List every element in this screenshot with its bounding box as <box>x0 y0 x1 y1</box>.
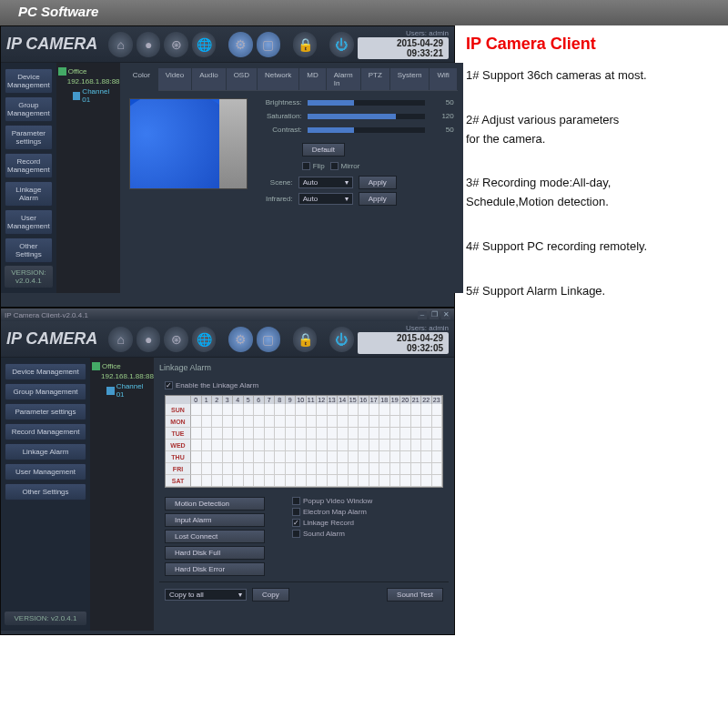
sidebar-item[interactable]: Linkage Alarm <box>5 443 86 460</box>
tab-ptz[interactable]: PTZ <box>361 68 390 90</box>
schedule-row[interactable]: FRI <box>166 463 442 475</box>
sound-test-button[interactable]: Sound Test <box>387 588 443 602</box>
device-tree: Office 192.168.1.88:88 Channel 01 <box>90 358 154 631</box>
content-panel: ColorVideoAudioOSDNetworkMDAlarm InPTZSy… <box>120 63 463 293</box>
version-label: VERSION: v2.0.4.1 <box>5 266 53 288</box>
linkage-title: Linkage Alarm <box>159 363 449 372</box>
power-icon[interactable]: ⏻ <box>329 32 354 57</box>
alarm-type-button[interactable]: Hard Disk Full <box>165 546 265 560</box>
schedule-row[interactable]: SAT <box>166 475 442 487</box>
flip-checkbox[interactable]: Flip <box>302 162 325 170</box>
feature-item: 5# Support Alarm Linkage. <box>466 282 717 301</box>
slider-row[interactable]: Brightness:50 <box>257 98 454 106</box>
mirror-checkbox[interactable]: Mirror <box>330 162 360 170</box>
gear-icon[interactable]: ⚙ <box>228 327 253 352</box>
record-icon[interactable]: ● <box>136 32 161 57</box>
slider-row[interactable]: Saturation:120 <box>257 112 454 120</box>
tab-wifi[interactable]: Wifi <box>430 68 457 90</box>
alarm-option-checkbox[interactable]: Linkage Record <box>292 519 372 527</box>
tab-system[interactable]: System <box>390 68 430 90</box>
sidebar: Device ManagementGroup ManagementParamet… <box>1 358 90 631</box>
tab-alarm in[interactable]: Alarm In <box>327 68 361 90</box>
app-window-2: IP Camera Client-v2.0.4.1 –❐✕ IP CAMERA … <box>0 308 455 635</box>
tree-channel[interactable]: Channel 01 <box>92 381 152 399</box>
slider-row[interactable]: Contrast:50 <box>257 126 454 134</box>
sidebar-item[interactable]: User Management <box>5 463 86 480</box>
schedule-row[interactable]: TUE <box>166 428 442 440</box>
home-icon[interactable]: ⌂ <box>108 327 133 352</box>
max-button[interactable]: ❐ <box>430 311 439 319</box>
alarm-option-checkbox[interactable]: Popup Video Window <box>292 497 372 505</box>
sidebar-item[interactable]: Other Settings <box>5 483 86 500</box>
tab-video[interactable]: Video <box>158 68 192 90</box>
tab-bar: ColorVideoAudioOSDNetworkMDAlarm InPTZSy… <box>126 68 458 91</box>
sidebar-item[interactable]: Parameter settings <box>5 403 86 420</box>
alarm-option-checkbox[interactable]: Sound Alarm <box>292 530 372 538</box>
alarm-type-button[interactable]: Input Alarm <box>165 513 265 527</box>
alarm-option-checkbox[interactable]: Electron Map Alarm <box>292 508 372 516</box>
tab-osd[interactable]: OSD <box>227 68 258 90</box>
sidebar-item[interactable]: Linkage Alarm <box>5 181 53 207</box>
scene-label: Scene: <box>257 178 293 187</box>
app-logo: IP CAMERA <box>6 329 97 349</box>
sidebar-item[interactable]: User Management <box>5 209 53 235</box>
sidebar-item[interactable]: Device Management <box>5 363 86 380</box>
feature-list: IP Camera Client 1# Support 36ch cameras… <box>455 25 728 635</box>
playback-icon[interactable]: ⊛ <box>164 32 188 57</box>
infrared-select[interactable]: Auto▾ <box>298 193 353 205</box>
power-icon[interactable]: ⏻ <box>329 327 354 352</box>
apply-scene-button[interactable]: Apply <box>359 176 397 189</box>
alarm-type-button[interactable]: Hard Disk Error <box>165 562 265 576</box>
device-tree: Office 192.168.1.88:88 Channel 01 <box>56 63 120 293</box>
apply-infrared-button[interactable]: Apply <box>359 192 397 206</box>
gear-icon[interactable]: ⚙ <box>228 32 253 57</box>
sidebar-item[interactable]: Other Settings <box>5 238 53 263</box>
playback-icon[interactable]: ⊛ <box>164 327 188 352</box>
tab-md[interactable]: MD <box>299 68 326 90</box>
schedule-row[interactable]: WED <box>166 440 442 451</box>
toolbar: IP CAMERA ⌂ ● ⊛ 🌐 ⚙ ▢ 🔒 ⏻ Users: admin 2… <box>1 321 454 358</box>
schedule-row[interactable]: THU <box>166 451 442 463</box>
scene-select[interactable]: Auto▾ <box>298 177 353 188</box>
globe-icon[interactable]: 🌐 <box>192 32 217 57</box>
sidebar-item[interactable]: Record Management <box>5 153 53 178</box>
enable-linkage-checkbox[interactable]: Enable the Linkage Alarm <box>165 381 443 389</box>
schedule-row[interactable]: SUN <box>166 404 442 416</box>
screen-icon[interactable]: ▢ <box>257 327 281 352</box>
tree-root[interactable]: Office <box>92 361 152 371</box>
tab-color[interactable]: Color <box>126 68 158 91</box>
datetime: 2015-04-29 09:33:21 <box>358 37 449 59</box>
copy-button[interactable]: Copy <box>252 588 289 602</box>
screen-icon[interactable]: ▢ <box>257 32 281 57</box>
window-title: IP Camera Client-v2.0.4.1 <box>5 311 88 319</box>
close-button[interactable]: ✕ <box>441 311 450 319</box>
sidebar: Device ManagementGroup ManagementParamet… <box>1 63 56 293</box>
app-window-1: IP CAMERA ⌂ ● ⊛ 🌐 ⚙ ▢ 🔒 ⏻ Users: admin 2… <box>0 25 455 308</box>
default-button[interactable]: Default <box>302 143 345 157</box>
alarm-type-button[interactable]: Lost Connect <box>165 530 265 543</box>
sidebar-item[interactable]: Record Management <box>5 423 86 440</box>
datetime: 2015-04-29 09:32:05 <box>358 332 449 354</box>
tree-device[interactable]: 192.168.1.88:88 <box>92 371 152 381</box>
lock-icon[interactable]: 🔒 <box>293 327 318 352</box>
tree-root[interactable]: Office <box>58 66 118 76</box>
sidebar-item[interactable]: Device Management <box>5 68 53 94</box>
sidebar-item[interactable]: Parameter settings <box>5 125 53 150</box>
home-icon[interactable]: ⌂ <box>108 32 133 57</box>
alarm-type-button[interactable]: Motion Detection <box>165 497 265 511</box>
tree-device[interactable]: 192.168.1.88:88 <box>58 76 118 86</box>
schedule-grid[interactable]: 01234567891011121314151617181920212223SU… <box>165 395 443 488</box>
lock-icon[interactable]: 🔒 <box>293 32 318 57</box>
sidebar-item[interactable]: Group Management <box>5 96 53 122</box>
tab-audio[interactable]: Audio <box>192 68 226 90</box>
min-button[interactable]: – <box>418 311 427 319</box>
copy-to-select[interactable]: Copy to all▾ <box>165 589 247 601</box>
feature-item: 2# Adjust various parameters for the cam… <box>466 111 717 149</box>
record-icon[interactable]: ● <box>136 327 161 352</box>
tree-channel[interactable]: Channel 01 <box>58 86 118 105</box>
sidebar-item[interactable]: Group Management <box>5 383 86 400</box>
tab-network[interactable]: Network <box>258 68 299 90</box>
schedule-row[interactable]: MON <box>166 416 442 428</box>
page-header: PC Software <box>0 0 728 25</box>
globe-icon[interactable]: 🌐 <box>192 327 217 352</box>
